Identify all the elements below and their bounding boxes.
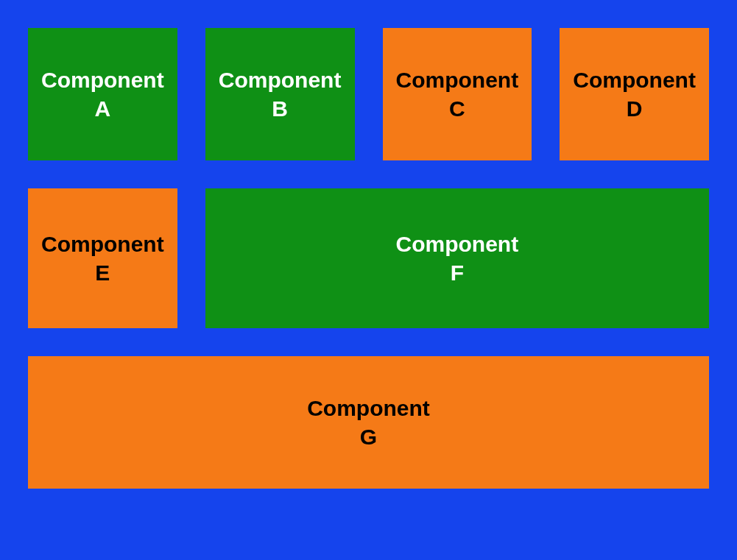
- component-b-label: Component B: [219, 65, 342, 123]
- component-e: Component E: [28, 188, 177, 328]
- component-c-label: Component C: [396, 65, 519, 123]
- component-g-label: Component G: [307, 394, 430, 451]
- component-g: Component G: [28, 356, 709, 489]
- component-d: Component D: [560, 28, 709, 160]
- component-a: Component A: [28, 28, 177, 160]
- component-d-label: Component D: [573, 65, 696, 123]
- component-f: Component F: [205, 188, 709, 328]
- diagram-grid: Component A Component B Component C Comp…: [28, 28, 709, 532]
- component-c: Component C: [383, 28, 532, 160]
- component-a-label: Component A: [41, 65, 164, 123]
- component-f-label: Component F: [396, 230, 519, 287]
- component-e-label: Component E: [41, 230, 164, 287]
- component-b: Component B: [205, 28, 355, 160]
